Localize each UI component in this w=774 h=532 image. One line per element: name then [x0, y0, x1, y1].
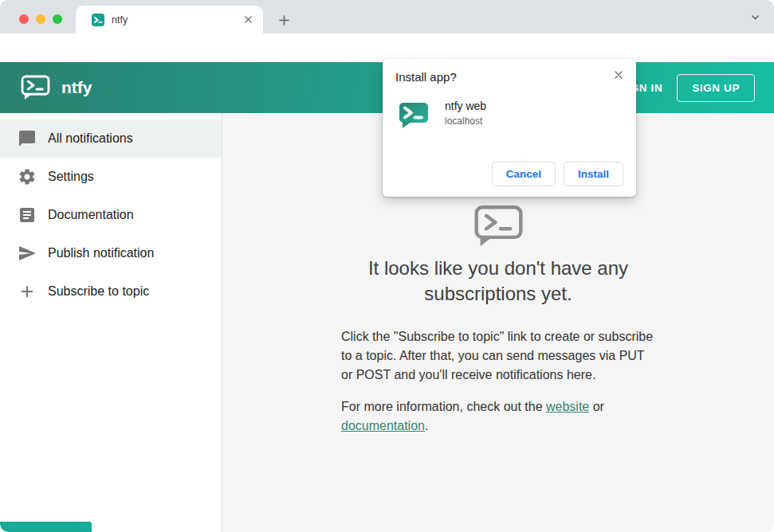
sidebar-item-documentation[interactable]: Documentation: [0, 196, 222, 234]
paragraph-text: .: [425, 419, 428, 432]
ntfy-logo-icon: [21, 75, 50, 100]
browser-toolbar: localhost: [0, 33, 774, 62]
ntfy-app-icon: [399, 99, 429, 129]
cancel-button[interactable]: Cancel: [492, 162, 556, 186]
tab-strip: ntfy: [0, 0, 774, 33]
paragraph-text: For more information, check out the: [341, 400, 546, 413]
article-icon: [18, 205, 37, 225]
sidebar-item-settings[interactable]: Settings: [0, 158, 222, 196]
gear-icon: [18, 167, 37, 186]
fullscreen-window-button[interactable]: [53, 14, 62, 24]
tab-title: ntfy: [112, 14, 242, 25]
sidebar-item-publish-notification[interactable]: Publish notification: [0, 234, 222, 272]
browser-window: ntfy localhost: [0, 0, 774, 532]
empty-state: It looks like you don't have any subscri…: [341, 205, 655, 436]
tab-close-icon[interactable]: [242, 13, 255, 26]
sidebar-item-label: Documentation: [48, 208, 134, 222]
sidebar: All notifications Settings Documentation…: [0, 113, 222, 532]
sidebar-item-label: Subscribe to topic: [48, 284, 149, 299]
empty-state-heading: It looks like you don't have any subscri…: [341, 256, 655, 307]
install-app-dialog: Install app? ntfy web localhost Cancel I…: [383, 59, 636, 197]
ntfy-logo-large-icon: [341, 205, 655, 248]
new-tab-button[interactable]: [274, 10, 293, 29]
dialog-title: Install app?: [395, 70, 623, 84]
dialog-app-origin: localhost: [445, 115, 486, 127]
ntfy-favicon-icon: [92, 14, 104, 26]
app-title: ntfy: [61, 78, 92, 97]
dialog-close-icon[interactable]: [611, 68, 626, 82]
sidebar-item-label: Publish notification: [48, 246, 154, 260]
close-window-button[interactable]: [19, 14, 29, 24]
sidebar-item-subscribe-to-topic[interactable]: Subscribe to topic: [0, 272, 222, 311]
sidebar-item-label: Settings: [48, 170, 94, 184]
empty-state-paragraph-links: For more information, check out the webs…: [341, 397, 655, 436]
install-button[interactable]: Install: [564, 162, 623, 186]
tab-search-chevron-icon[interactable]: [747, 9, 763, 25]
dialog-app-name: ntfy web: [445, 100, 486, 112]
status-bubble: [0, 522, 92, 532]
empty-state-paragraph: Click the "Subscribe to topic" link to c…: [341, 327, 655, 385]
sidebar-item-all-notifications[interactable]: All notifications: [0, 119, 222, 158]
sign-up-button[interactable]: SIGN UP: [677, 74, 755, 102]
chat-icon: [18, 129, 37, 148]
documentation-link[interactable]: documentation: [341, 419, 425, 432]
plus-icon: [18, 282, 37, 301]
sidebar-item-label: All notifications: [48, 131, 133, 146]
paragraph-text: or: [589, 400, 604, 413]
send-icon: [18, 244, 37, 263]
browser-tab[interactable]: ntfy: [76, 6, 263, 33]
minimize-window-button[interactable]: [36, 14, 45, 24]
website-link[interactable]: website: [546, 400, 589, 413]
